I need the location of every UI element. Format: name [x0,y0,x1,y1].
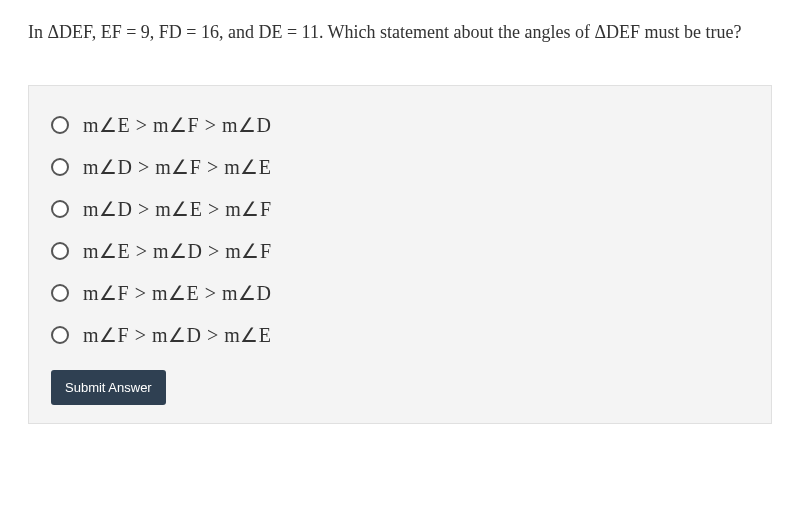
question-prompt: In ΔDEF, EF = 9, FD = 16, and DE = 11. W… [0,0,800,57]
option-label: m∠E > m∠F > m∠D [83,113,272,137]
option-label: m∠D > m∠E > m∠F [83,197,272,221]
option-label: m∠E > m∠D > m∠F [83,239,272,263]
answers-panel: m∠E > m∠F > m∠D m∠D > m∠F > m∠E m∠D > m∠… [28,85,772,424]
submit-label: Submit Answer [65,380,152,395]
option-row[interactable]: m∠E > m∠F > m∠D [51,104,749,146]
option-row[interactable]: m∠F > m∠D > m∠E [51,314,749,356]
option-row[interactable]: m∠E > m∠D > m∠F [51,230,749,272]
option-label: m∠F > m∠D > m∠E [83,323,272,347]
option-row[interactable]: m∠D > m∠F > m∠E [51,146,749,188]
question-text: In ΔDEF, EF = 9, FD = 16, and DE = 11. W… [28,22,742,42]
radio-unchecked-icon[interactable] [51,326,69,344]
radio-unchecked-icon[interactable] [51,116,69,134]
radio-unchecked-icon[interactable] [51,200,69,218]
option-label: m∠D > m∠F > m∠E [83,155,272,179]
option-row[interactable]: m∠F > m∠E > m∠D [51,272,749,314]
radio-unchecked-icon[interactable] [51,158,69,176]
submit-button[interactable]: Submit Answer [51,370,166,405]
option-row[interactable]: m∠D > m∠E > m∠F [51,188,749,230]
option-label: m∠F > m∠E > m∠D [83,281,272,305]
radio-unchecked-icon[interactable] [51,284,69,302]
radio-unchecked-icon[interactable] [51,242,69,260]
